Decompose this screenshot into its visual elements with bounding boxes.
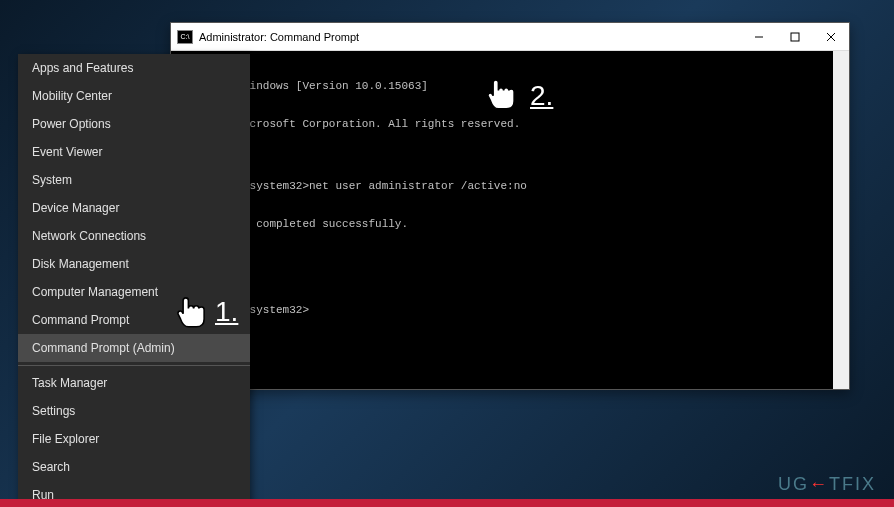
menu-network-connections[interactable]: Network Connections	[18, 222, 250, 250]
menu-command-prompt-admin[interactable]: Command Prompt (Admin)	[18, 334, 250, 362]
menu-mobility-center[interactable]: Mobility Center	[18, 82, 250, 110]
minimize-button[interactable]	[741, 23, 777, 51]
arrow-icon: ←	[809, 474, 829, 494]
watermark: UG←TFIX	[778, 474, 876, 495]
close-button[interactable]	[813, 23, 849, 51]
annotation-label-2: 2.	[530, 80, 553, 112]
terminal-line: C:\WINDOWS\system32>net user administrat…	[177, 179, 843, 193]
menu-separator	[18, 365, 250, 366]
window-controls	[741, 23, 849, 51]
terminal-body[interactable]: Microsoft Windows [Version 10.0.15063] (…	[171, 51, 849, 389]
annotation-label-1: 1.	[215, 296, 238, 328]
menu-file-explorer[interactable]: File Explorer	[18, 425, 250, 453]
vertical-scrollbar[interactable]	[833, 51, 849, 389]
bottom-red-bar	[0, 499, 894, 507]
menu-event-viewer[interactable]: Event Viewer	[18, 138, 250, 166]
menu-search[interactable]: Search	[18, 453, 250, 481]
terminal-line: (c) 2017 Microsoft Corporation. All righ…	[177, 117, 843, 131]
cmd-icon: C:\	[177, 30, 193, 44]
menu-system[interactable]: System	[18, 166, 250, 194]
menu-disk-management[interactable]: Disk Management	[18, 250, 250, 278]
menu-settings[interactable]: Settings	[18, 397, 250, 425]
command-prompt-window[interactable]: C:\ Administrator: Command Prompt Micros…	[170, 22, 850, 390]
maximize-button[interactable]	[777, 23, 813, 51]
titlebar[interactable]: C:\ Administrator: Command Prompt	[171, 23, 849, 51]
terminal-line: C:\WINDOWS\system32>	[177, 303, 843, 317]
menu-device-manager[interactable]: Device Manager	[18, 194, 250, 222]
svg-rect-1	[791, 33, 799, 41]
menu-apps-features[interactable]: Apps and Features	[18, 54, 250, 82]
menu-task-manager[interactable]: Task Manager	[18, 369, 250, 397]
terminal-line: The command completed successfully.	[177, 217, 843, 231]
terminal-line: Microsoft Windows [Version 10.0.15063]	[177, 79, 843, 93]
window-title: Administrator: Command Prompt	[199, 31, 741, 43]
winx-context-menu: Apps and Features Mobility Center Power …	[18, 54, 250, 507]
menu-power-options[interactable]: Power Options	[18, 110, 250, 138]
